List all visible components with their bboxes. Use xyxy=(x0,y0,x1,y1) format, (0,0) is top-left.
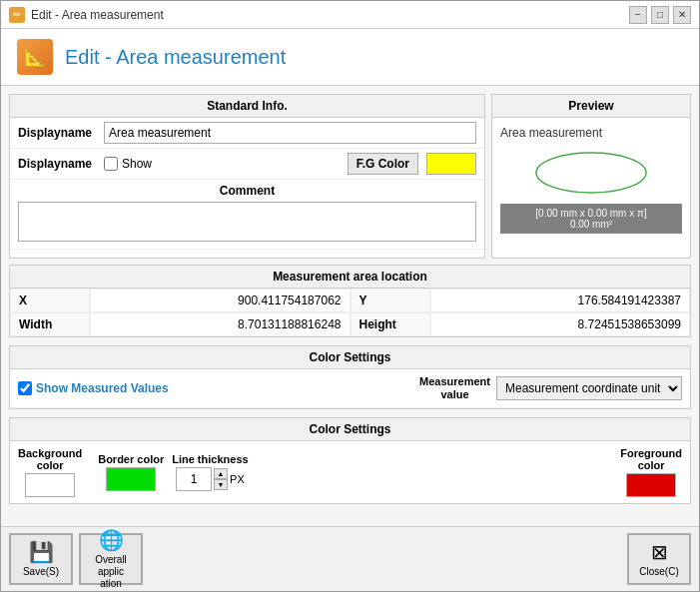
height-value: 8.72451538653099 xyxy=(430,312,691,336)
show-measured-group: Show Measured Values xyxy=(18,381,169,395)
y-value: 176.584191423387 xyxy=(430,289,691,312)
px-label: PX xyxy=(230,473,245,485)
top-section: Standard Info. Displayname Displayname S… xyxy=(9,94,691,259)
preview-header: Preview xyxy=(492,95,690,118)
line-thickness-input[interactable] xyxy=(176,467,212,491)
show-measured-row: Show Measured Values Measurementvalue Me… xyxy=(10,369,690,408)
svg-point-0 xyxy=(536,153,646,193)
preview-panel: Preview Area measurement [0.00 mm x 0.00… xyxy=(491,94,691,259)
measurement-value-group: Measurementvalue Measurement coordinate … xyxy=(419,375,682,401)
height-label: Height xyxy=(350,312,430,336)
y-label: Y xyxy=(350,289,430,312)
dialog-icon: 📐 xyxy=(17,39,53,75)
width-value: 8.70131188816248 xyxy=(90,312,350,336)
minimize-button[interactable]: − xyxy=(629,6,647,24)
fg-color-label: F.G Color xyxy=(348,153,418,175)
color-settings-bottom-header: Color Settings xyxy=(10,418,690,441)
line-thickness-label: Line thickness xyxy=(172,453,248,465)
measurement-location-header: Measurement area location xyxy=(10,266,690,289)
line-thickness-spinner: ▲ ▼ xyxy=(214,468,228,490)
background-color-label: Backgroundcolor xyxy=(18,447,82,471)
standard-info-header: Standard Info. xyxy=(10,95,484,118)
show-measured-checkbox[interactable] xyxy=(18,381,32,395)
color-controls-row: Backgroundcolor Border color Line thickn… xyxy=(10,441,690,503)
line-thickness-input-row: ▲ ▼ PX xyxy=(176,467,245,491)
dialog-header: 📐 Edit - Area measurement xyxy=(1,29,699,86)
titlebar-controls: − □ ✕ xyxy=(629,6,691,24)
foreground-color-label: Foregroundcolor xyxy=(620,447,682,471)
show-checkbox-group: Show xyxy=(104,157,152,171)
comment-section: Comment xyxy=(10,180,484,250)
color-settings-top-header: Color Settings xyxy=(10,346,690,369)
preview-content: Area measurement [0.00 mm x 0.00 mm x π]… xyxy=(492,118,690,258)
preview-text: Area measurement xyxy=(500,126,602,140)
displayname-label: Displayname xyxy=(18,126,98,140)
measurement-value-label: Measurementvalue xyxy=(419,375,490,401)
preview-badge-text: [0.00 mm x 0.00 mm x π]0.00 mm² xyxy=(535,208,646,230)
footer: 💾 Save(S) 🌐 Overallapplication ⊠ Close(C… xyxy=(1,526,699,591)
save-label: Save(S) xyxy=(23,566,59,578)
x-label: X xyxy=(10,289,90,312)
overall-icon: 🌐 xyxy=(99,528,124,552)
location-grid: X 900.411754187062 Y 176.584191423387 Wi… xyxy=(10,289,690,336)
window-icon: ✏ xyxy=(9,7,25,23)
fg-color-swatch[interactable] xyxy=(426,153,476,175)
fg-color-row: F.G Color xyxy=(158,153,476,175)
save-button[interactable]: 💾 Save(S) xyxy=(9,533,73,585)
save-icon: 💾 xyxy=(29,540,54,564)
main-content: Standard Info. Displayname Displayname S… xyxy=(1,86,699,526)
dialog-title: Edit - Area measurement xyxy=(65,46,286,69)
titlebar-left: ✏ Edit - Area measurement xyxy=(9,7,164,23)
overall-application-button[interactable]: 🌐 Overallapplication xyxy=(79,533,143,585)
close-button[interactable]: ⊠ Close(C) xyxy=(627,533,691,585)
spinner-up-button[interactable]: ▲ xyxy=(214,468,228,479)
border-color-label: Border color xyxy=(98,453,164,465)
standard-info-panel: Standard Info. Displayname Displayname S… xyxy=(9,94,485,259)
footer-left: 💾 Save(S) 🌐 Overallapplication xyxy=(9,533,143,585)
show-text: Show xyxy=(122,157,152,171)
show-label: Displayname xyxy=(18,157,98,171)
close-label: Close(C) xyxy=(639,566,678,578)
foreground-color-group: Foregroundcolor xyxy=(620,447,682,497)
comment-label: Comment xyxy=(18,184,476,198)
border-color-swatch[interactable] xyxy=(106,467,156,491)
comment-input[interactable] xyxy=(18,202,476,242)
measurement-value-select[interactable]: Measurement coordinate unit Pixel coordi… xyxy=(496,376,682,400)
color-settings-bottom-section: Color Settings Backgroundcolor Border co… xyxy=(9,417,691,504)
main-window: ✏ Edit - Area measurement − □ ✕ 📐 Edit -… xyxy=(0,0,700,592)
color-settings-top-section: Color Settings Show Measured Values Meas… xyxy=(9,345,691,409)
width-label: Width xyxy=(10,312,90,336)
show-fg-row: Displayname Show F.G Color xyxy=(10,149,484,180)
show-checkbox[interactable] xyxy=(104,157,118,171)
preview-badge: [0.00 mm x 0.00 mm x π]0.00 mm² xyxy=(500,204,682,234)
preview-ellipse-container xyxy=(500,148,682,198)
close-button[interactable]: ✕ xyxy=(673,6,691,24)
x-value: 900.411754187062 xyxy=(90,289,350,312)
background-color-swatch[interactable] xyxy=(25,473,75,497)
titlebar-title: Edit - Area measurement xyxy=(31,8,164,22)
displayname-input[interactable] xyxy=(104,122,476,144)
border-color-group: Border color xyxy=(98,453,164,491)
close-icon: ⊠ xyxy=(651,540,668,564)
preview-ellipse xyxy=(531,148,651,198)
measurement-location-section: Measurement area location X 900.41175418… xyxy=(9,265,691,337)
spinner-down-button[interactable]: ▼ xyxy=(214,479,228,490)
overall-label: Overallapplication xyxy=(95,554,127,590)
background-color-group: Backgroundcolor xyxy=(18,447,82,497)
titlebar: ✏ Edit - Area measurement − □ ✕ xyxy=(1,1,699,29)
displayname-row: Displayname xyxy=(10,118,484,149)
maximize-button[interactable]: □ xyxy=(651,6,669,24)
line-thickness-group: Line thickness ▲ ▼ PX xyxy=(172,453,248,491)
show-measured-text: Show Measured Values xyxy=(36,381,169,395)
foreground-color-swatch[interactable] xyxy=(626,473,676,497)
